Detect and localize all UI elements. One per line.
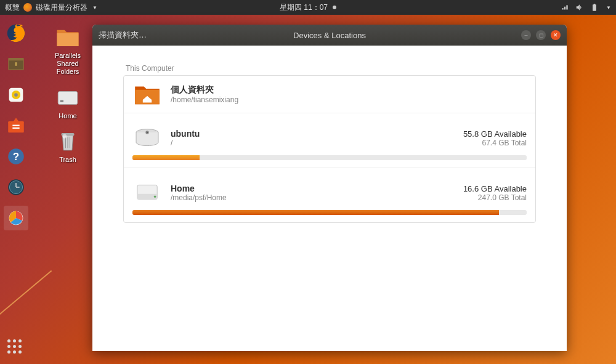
volume-name: Home [171,184,463,193]
system-menu-triangle-icon[interactable]: ▼ [606,5,611,10]
svg-rect-3 [15,62,17,66]
clock-label[interactable]: 星期四 11：07 [280,2,328,13]
launcher-software[interactable] [4,113,28,138]
network-icon[interactable] [561,3,569,12]
external-drive-icon [132,180,162,205]
desktop-icon-label: Home [59,112,76,120]
desktop-icon-trash[interactable]: Trash [43,129,92,164]
volume-total: 67.4 GB Total [463,139,527,147]
locations-card: 個人資料夾 /home/tiansemixiang ubuntu / 55.8 … [123,75,536,223]
svg-rect-7 [8,121,24,132]
svg-rect-8 [12,125,19,126]
disk-usage-window: 掃描資料夾… Devices & Locations – ◻ ✕ This Co… [92,25,567,351]
window-minimize-button[interactable]: – [521,30,531,40]
location-row-ubuntu[interactable]: ubuntu / 55.8 GB Available 67.4 GB Total [124,113,535,160]
top-panel: 概覽 磁碟用量分析器 ▼ 星期四 11：07 ▼ [0,0,616,15]
location-row-home-volume[interactable]: Home /media/psf/Home 16.6 GB Available 2… [124,168,535,215]
launcher-clock[interactable] [4,175,28,200]
location-name: 個人資料夾 [171,84,527,95]
launcher-firefox[interactable] [4,21,28,46]
window-title: Devices & Locations [293,31,366,40]
volume-available: 16.6 GB Available [463,184,527,193]
svg-point-31 [154,196,156,198]
svg-text:?: ? [13,151,19,163]
volume-path: /media/psf/Home [171,193,463,202]
desktop-icon-label: Trash [59,156,76,164]
svg-rect-9 [12,127,19,129]
drive-icon [55,85,81,111]
launcher-disk-analyzer[interactable] [4,206,28,230]
scan-folder-button[interactable]: 掃描資料夾… [99,30,147,41]
dropdown-triangle-icon: ▼ [92,5,97,10]
app-menu-label[interactable]: 磁碟用量分析器 [36,2,87,13]
launcher-help[interactable]: ? [4,144,28,169]
launcher-dock: ? [0,15,32,364]
usage-bar [132,155,527,160]
activities-button[interactable]: 概覽 [5,2,20,13]
svg-rect-18 [58,91,78,104]
location-path: /home/tiansemixiang [171,95,527,104]
svg-point-24 [62,134,67,139]
volume-total: 247.0 GB Total [463,193,527,202]
window-content: This Computer 個人資料夾 /home/tiansemixiang [92,46,567,351]
section-label: This Computer [126,64,536,73]
volume-path: / [171,139,463,147]
app-indicator-icon [23,3,32,12]
svg-point-28 [147,132,148,133]
usage-bar [132,210,527,215]
battery-icon[interactable] [590,3,599,12]
svg-point-6 [14,93,18,97]
window-titlebar[interactable]: 掃描資料夾… Devices & Locations – ◻ ✕ [92,25,567,46]
volume-icon[interactable] [575,3,584,12]
home-folder-icon [132,82,162,107]
volume-available: 55.8 GB Available [463,129,527,139]
launcher-files[interactable] [4,52,28,76]
launcher-rhythmbox[interactable] [4,83,28,107]
usage-bar-fill [132,155,200,160]
desktop-icons-area: Parallels Shared Folders Home Trash [43,25,92,164]
window-maximize-button[interactable]: ◻ [536,30,546,40]
trash-icon [55,129,81,155]
desktop-icon-home[interactable]: Home [43,85,92,120]
usage-bar-fill [132,210,499,215]
volume-name: ubuntu [171,129,463,139]
svg-rect-17 [57,33,79,46]
desktop-icon-parallels[interactable]: Parallels Shared Folders [43,25,92,76]
location-row-home-folder[interactable]: 個人資料夾 /home/tiansemixiang [124,76,535,113]
desktop-icon-label: Parallels Shared Folders [55,52,81,76]
folder-icon [55,25,81,51]
notification-dot-icon [333,6,336,9]
show-applications-button[interactable] [7,339,25,357]
disk-icon [132,126,162,150]
svg-rect-19 [60,100,63,102]
window-close-button[interactable]: ✕ [551,30,561,40]
